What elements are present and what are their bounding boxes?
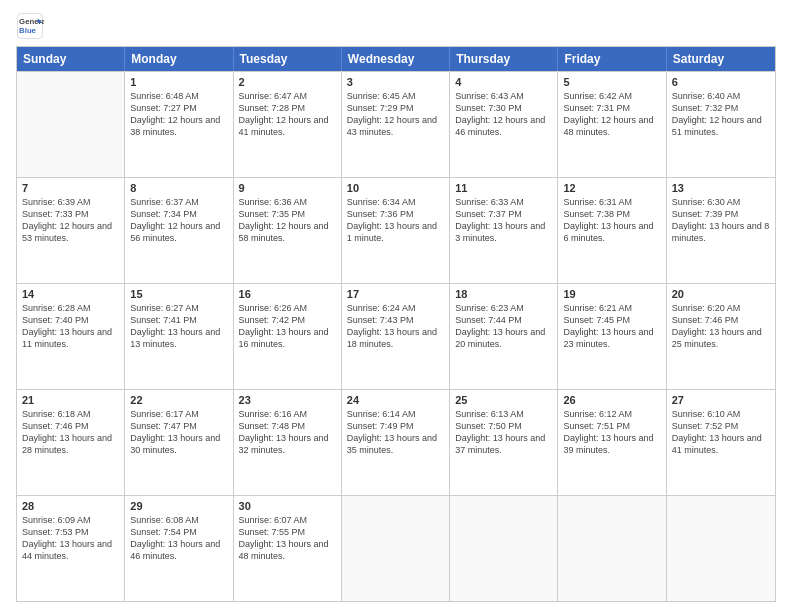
calendar-header-cell: Tuesday [234,47,342,71]
calendar-week-row: 7Sunrise: 6:39 AMSunset: 7:33 PMDaylight… [17,177,775,283]
cell-sun-info: Sunrise: 6:12 AMSunset: 7:51 PMDaylight:… [563,408,660,457]
cell-day-number: 23 [239,394,336,406]
cell-sun-info: Sunrise: 6:33 AMSunset: 7:37 PMDaylight:… [455,196,552,245]
cell-sun-info: Sunrise: 6:30 AMSunset: 7:39 PMDaylight:… [672,196,770,245]
cell-day-number: 6 [672,76,770,88]
cell-day-number: 25 [455,394,552,406]
cell-day-number: 2 [239,76,336,88]
cell-sun-info: Sunrise: 6:28 AMSunset: 7:40 PMDaylight:… [22,302,119,351]
calendar-cell: 4Sunrise: 6:43 AMSunset: 7:30 PMDaylight… [450,72,558,177]
cell-sun-info: Sunrise: 6:48 AMSunset: 7:27 PMDaylight:… [130,90,227,139]
cell-day-number: 3 [347,76,444,88]
cell-sun-info: Sunrise: 6:40 AMSunset: 7:32 PMDaylight:… [672,90,770,139]
calendar-header-cell: Saturday [667,47,775,71]
cell-sun-info: Sunrise: 6:47 AMSunset: 7:28 PMDaylight:… [239,90,336,139]
calendar-cell: 30Sunrise: 6:07 AMSunset: 7:55 PMDayligh… [234,496,342,601]
calendar-cell [558,496,666,601]
cell-day-number: 1 [130,76,227,88]
calendar-cell: 27Sunrise: 6:10 AMSunset: 7:52 PMDayligh… [667,390,775,495]
calendar-cell: 17Sunrise: 6:24 AMSunset: 7:43 PMDayligh… [342,284,450,389]
cell-day-number: 10 [347,182,444,194]
header: General Blue [16,12,776,40]
cell-day-number: 15 [130,288,227,300]
cell-day-number: 11 [455,182,552,194]
cell-sun-info: Sunrise: 6:26 AMSunset: 7:42 PMDaylight:… [239,302,336,351]
cell-sun-info: Sunrise: 6:34 AMSunset: 7:36 PMDaylight:… [347,196,444,245]
calendar-header-cell: Monday [125,47,233,71]
cell-day-number: 12 [563,182,660,194]
calendar-cell: 13Sunrise: 6:30 AMSunset: 7:39 PMDayligh… [667,178,775,283]
calendar-cell: 25Sunrise: 6:13 AMSunset: 7:50 PMDayligh… [450,390,558,495]
calendar-cell: 3Sunrise: 6:45 AMSunset: 7:29 PMDaylight… [342,72,450,177]
cell-sun-info: Sunrise: 6:36 AMSunset: 7:35 PMDaylight:… [239,196,336,245]
cell-sun-info: Sunrise: 6:31 AMSunset: 7:38 PMDaylight:… [563,196,660,245]
cell-sun-info: Sunrise: 6:18 AMSunset: 7:46 PMDaylight:… [22,408,119,457]
calendar-cell: 11Sunrise: 6:33 AMSunset: 7:37 PMDayligh… [450,178,558,283]
calendar-cell: 21Sunrise: 6:18 AMSunset: 7:46 PMDayligh… [17,390,125,495]
cell-sun-info: Sunrise: 6:23 AMSunset: 7:44 PMDaylight:… [455,302,552,351]
calendar-cell: 15Sunrise: 6:27 AMSunset: 7:41 PMDayligh… [125,284,233,389]
cell-sun-info: Sunrise: 6:39 AMSunset: 7:33 PMDaylight:… [22,196,119,245]
calendar-header-cell: Thursday [450,47,558,71]
logo-icon: General Blue [16,12,44,40]
cell-sun-info: Sunrise: 6:08 AMSunset: 7:54 PMDaylight:… [130,514,227,563]
cell-day-number: 14 [22,288,119,300]
calendar-week-row: 21Sunrise: 6:18 AMSunset: 7:46 PMDayligh… [17,389,775,495]
cell-sun-info: Sunrise: 6:14 AMSunset: 7:49 PMDaylight:… [347,408,444,457]
cell-day-number: 8 [130,182,227,194]
calendar-header-cell: Wednesday [342,47,450,71]
cell-day-number: 26 [563,394,660,406]
cell-day-number: 7 [22,182,119,194]
calendar-week-row: 14Sunrise: 6:28 AMSunset: 7:40 PMDayligh… [17,283,775,389]
calendar-cell: 28Sunrise: 6:09 AMSunset: 7:53 PMDayligh… [17,496,125,601]
calendar-cell: 10Sunrise: 6:34 AMSunset: 7:36 PMDayligh… [342,178,450,283]
cell-day-number: 24 [347,394,444,406]
calendar-cell: 20Sunrise: 6:20 AMSunset: 7:46 PMDayligh… [667,284,775,389]
calendar-body: 1Sunrise: 6:48 AMSunset: 7:27 PMDaylight… [17,71,775,601]
calendar-cell: 7Sunrise: 6:39 AMSunset: 7:33 PMDaylight… [17,178,125,283]
calendar-cell: 2Sunrise: 6:47 AMSunset: 7:28 PMDaylight… [234,72,342,177]
calendar-cell: 23Sunrise: 6:16 AMSunset: 7:48 PMDayligh… [234,390,342,495]
cell-sun-info: Sunrise: 6:45 AMSunset: 7:29 PMDaylight:… [347,90,444,139]
cell-sun-info: Sunrise: 6:17 AMSunset: 7:47 PMDaylight:… [130,408,227,457]
calendar-cell: 19Sunrise: 6:21 AMSunset: 7:45 PMDayligh… [558,284,666,389]
cell-sun-info: Sunrise: 6:21 AMSunset: 7:45 PMDaylight:… [563,302,660,351]
cell-day-number: 29 [130,500,227,512]
cell-day-number: 18 [455,288,552,300]
calendar-cell: 24Sunrise: 6:14 AMSunset: 7:49 PMDayligh… [342,390,450,495]
calendar-cell: 9Sunrise: 6:36 AMSunset: 7:35 PMDaylight… [234,178,342,283]
calendar-header-row: SundayMondayTuesdayWednesdayThursdayFrid… [17,47,775,71]
cell-sun-info: Sunrise: 6:07 AMSunset: 7:55 PMDaylight:… [239,514,336,563]
cell-day-number: 27 [672,394,770,406]
calendar-cell: 1Sunrise: 6:48 AMSunset: 7:27 PMDaylight… [125,72,233,177]
calendar-header-cell: Friday [558,47,666,71]
calendar-cell: 29Sunrise: 6:08 AMSunset: 7:54 PMDayligh… [125,496,233,601]
cell-sun-info: Sunrise: 6:13 AMSunset: 7:50 PMDaylight:… [455,408,552,457]
cell-sun-info: Sunrise: 6:37 AMSunset: 7:34 PMDaylight:… [130,196,227,245]
calendar: SundayMondayTuesdayWednesdayThursdayFrid… [16,46,776,602]
cell-sun-info: Sunrise: 6:20 AMSunset: 7:46 PMDaylight:… [672,302,770,351]
calendar-cell [667,496,775,601]
cell-day-number: 16 [239,288,336,300]
calendar-cell: 6Sunrise: 6:40 AMSunset: 7:32 PMDaylight… [667,72,775,177]
cell-day-number: 13 [672,182,770,194]
cell-sun-info: Sunrise: 6:27 AMSunset: 7:41 PMDaylight:… [130,302,227,351]
calendar-cell: 16Sunrise: 6:26 AMSunset: 7:42 PMDayligh… [234,284,342,389]
cell-day-number: 19 [563,288,660,300]
cell-sun-info: Sunrise: 6:16 AMSunset: 7:48 PMDaylight:… [239,408,336,457]
cell-sun-info: Sunrise: 6:43 AMSunset: 7:30 PMDaylight:… [455,90,552,139]
cell-sun-info: Sunrise: 6:24 AMSunset: 7:43 PMDaylight:… [347,302,444,351]
svg-text:Blue: Blue [19,26,37,35]
calendar-cell: 5Sunrise: 6:42 AMSunset: 7:31 PMDaylight… [558,72,666,177]
cell-day-number: 9 [239,182,336,194]
calendar-cell [342,496,450,601]
page: General Blue SundayMondayTuesdayWednesda… [0,0,792,612]
cell-day-number: 17 [347,288,444,300]
cell-day-number: 21 [22,394,119,406]
cell-day-number: 4 [455,76,552,88]
calendar-cell [450,496,558,601]
cell-day-number: 30 [239,500,336,512]
calendar-header-cell: Sunday [17,47,125,71]
calendar-week-row: 1Sunrise: 6:48 AMSunset: 7:27 PMDaylight… [17,71,775,177]
calendar-cell: 22Sunrise: 6:17 AMSunset: 7:47 PMDayligh… [125,390,233,495]
